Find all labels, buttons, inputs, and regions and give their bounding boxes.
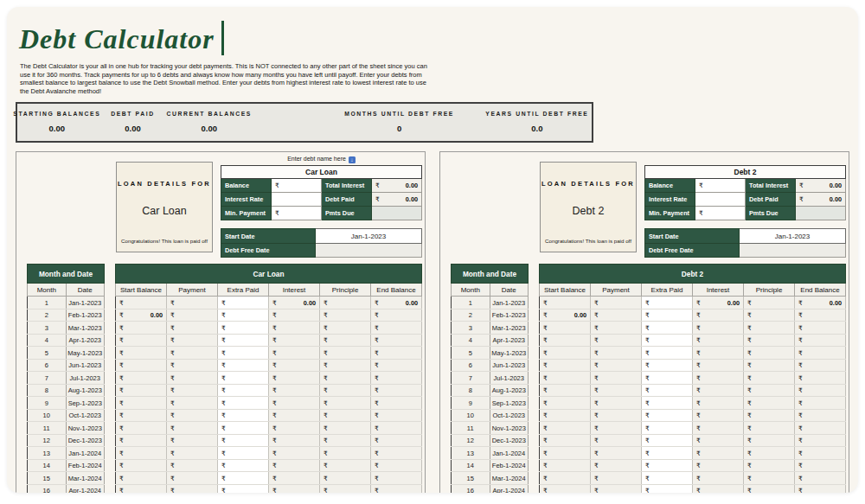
grid-cell-content: ₹	[218, 322, 268, 334]
grid-cell[interactable]: ₹	[642, 297, 693, 309]
grid-cell-content: ₹	[795, 385, 845, 397]
debt-name-cell[interactable]: Debt 2	[645, 166, 846, 179]
start-date-value[interactable]: Jan-1-2023	[316, 229, 422, 244]
month-row: 7Jul-1-2023	[28, 372, 105, 385]
currency-symbol: ₹	[645, 324, 650, 332]
grid-cell[interactable]: ₹	[642, 434, 693, 447]
grid-cell-content: ₹0.00	[371, 297, 421, 309]
grid-cell-content: ₹	[167, 435, 217, 447]
field-value-content: ₹0.00	[372, 193, 421, 206]
grid-cell[interactable]: ₹	[642, 347, 693, 360]
grid-data-row: ₹₹₹₹₹₹	[116, 397, 422, 410]
currency-symbol: ₹	[119, 299, 124, 307]
grid-cell[interactable]: ₹	[642, 409, 693, 422]
field-input[interactable]: ₹	[695, 179, 746, 193]
grid-cell[interactable]: ₹	[218, 334, 269, 347]
grid-cell-content: ₹	[218, 309, 268, 322]
grid-cell[interactable]: ₹	[642, 397, 693, 410]
summary-current-balances: CURRENT BALANCES 0.00	[167, 111, 252, 133]
month-date-cell: Jun-1-2023	[490, 359, 529, 372]
grid-cell-content: ₹	[320, 422, 370, 434]
currency-symbol: ₹	[747, 374, 752, 382]
field-input[interactable]: ₹	[272, 207, 322, 220]
debt-panels: LOAN DETAILS FORCar LoanCongratulations!…	[16, 151, 849, 493]
grid-cell-content: ₹	[540, 410, 590, 422]
grid-cell[interactable]: ₹	[218, 322, 269, 335]
grid-cell[interactable]: ₹	[218, 484, 269, 493]
start-date-label: Start Date	[645, 229, 740, 244]
month-number-cell: 15	[452, 472, 490, 485]
month-number-cell: 2	[452, 309, 490, 322]
field-input[interactable]: ₹	[272, 179, 322, 193]
month-number-cell: 5	[28, 347, 67, 360]
grid-cell[interactable]: ₹	[642, 384, 693, 397]
month-date-cell: Jan-1-2024	[66, 447, 105, 460]
grid-cell[interactable]: ₹	[218, 347, 269, 360]
currency-symbol: ₹	[594, 349, 599, 357]
grid-cell[interactable]: ₹	[218, 472, 269, 485]
grid-cell[interactable]: ₹	[218, 434, 269, 447]
month-date-cell: Apr-1-2023	[490, 334, 529, 347]
currency-symbol: ₹	[798, 450, 803, 457]
field-input[interactable]: ₹	[695, 207, 746, 220]
grid-cell[interactable]: ₹	[218, 372, 269, 385]
grid-cell[interactable]: ₹	[642, 309, 693, 322]
grid-cell[interactable]: ₹	[642, 359, 693, 372]
grid-cell[interactable]: ₹	[218, 297, 269, 309]
currency-symbol: ₹	[119, 374, 124, 382]
currency-symbol: ₹	[324, 487, 328, 493]
currency-symbol: ₹	[324, 324, 328, 332]
grid-data-row: ₹0.00₹₹₹₹₹	[540, 309, 846, 322]
grid-cell[interactable]: ₹	[218, 397, 269, 410]
grid-cell[interactable]: ₹	[218, 459, 269, 472]
grid-cell-content: ₹	[540, 360, 590, 372]
grid-cell[interactable]: ₹	[642, 447, 693, 460]
grid-cell: ₹	[269, 309, 320, 322]
grid-cell-content: ₹	[693, 422, 743, 434]
grid-cell-content: ₹	[591, 422, 641, 434]
grid-cell[interactable]: ₹	[218, 309, 269, 322]
grid-cell[interactable]: ₹	[218, 422, 269, 435]
currency-symbol: ₹	[696, 299, 701, 307]
grid-cell-content: ₹	[167, 322, 217, 334]
date-column-header: Date	[490, 284, 529, 297]
grid-cell-content: ₹	[591, 309, 641, 322]
currency-symbol: ₹	[747, 311, 752, 319]
start-date-value[interactable]: Jan-1-2023	[740, 229, 846, 244]
currency-symbol: ₹	[119, 324, 124, 332]
loan-summary-header-row: Car Loan	[221, 166, 422, 179]
grid-cell: ₹	[167, 384, 218, 397]
grid-cell[interactable]: ₹	[642, 422, 693, 435]
field-value	[372, 207, 422, 220]
grid-cell[interactable]: ₹	[218, 447, 269, 460]
grid-cell[interactable]: ₹	[642, 472, 693, 485]
currency-symbol: ₹	[221, 475, 226, 482]
grid-cell-content: ₹	[642, 435, 692, 447]
grid-cell-content: ₹	[795, 372, 845, 384]
grid-cell[interactable]: ₹	[642, 372, 693, 385]
grid-cell[interactable]: ₹	[642, 459, 693, 472]
field-input[interactable]	[695, 193, 746, 207]
field-label: Balance	[221, 179, 272, 193]
grid-cell: ₹	[591, 334, 642, 347]
start-date-label: Start Date	[221, 229, 316, 244]
grid-cell[interactable]: ₹	[218, 409, 269, 422]
grid-cell[interactable]: ₹	[218, 384, 269, 397]
grid-cell[interactable]: ₹	[642, 334, 693, 347]
grid-data-row: ₹₹₹₹₹₹	[116, 359, 422, 372]
grid-cell: ₹	[591, 397, 642, 410]
grid-data-row: ₹₹₹₹₹₹	[116, 409, 422, 422]
grid-cell[interactable]: ₹	[642, 484, 693, 493]
grid-cell[interactable]: ₹	[642, 322, 693, 335]
grid-cell: ₹	[795, 309, 846, 322]
grid-cell-content: ₹	[371, 322, 421, 334]
grid-cell-content: ₹	[795, 322, 845, 334]
field-input[interactable]	[272, 193, 322, 207]
grid-cell[interactable]: ₹	[218, 359, 269, 372]
month-row: 12Dec-1-2023	[28, 434, 105, 447]
debt-free-date-label: Debt Free Date	[221, 243, 316, 258]
grid-cell-content: ₹	[371, 347, 421, 359]
debt-name-cell[interactable]: Car Loan	[221, 166, 422, 179]
month-date-column-headers: MonthDate	[28, 284, 105, 297]
grid-cell: ₹	[269, 472, 320, 485]
